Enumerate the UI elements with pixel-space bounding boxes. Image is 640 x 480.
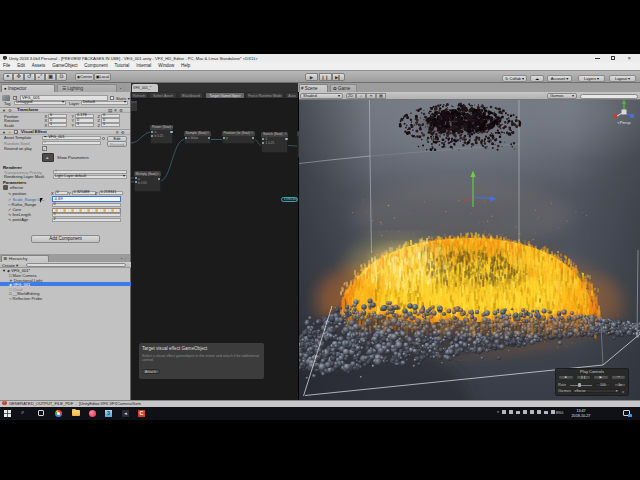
svg-text:<Persp: <Persp	[617, 120, 631, 125]
